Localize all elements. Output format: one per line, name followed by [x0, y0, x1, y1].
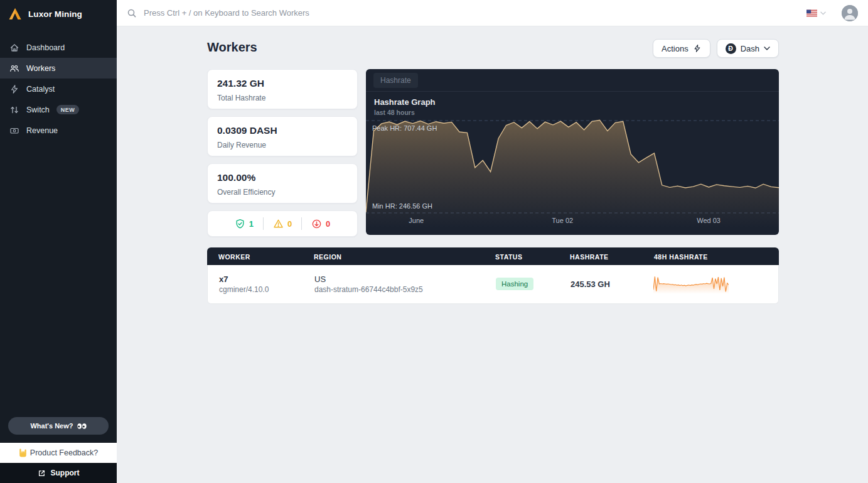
worker-hashrate: 245.53 GH: [571, 279, 610, 289]
sidebar-item-label: Switch: [26, 106, 50, 114]
eyes-icon: [77, 423, 87, 429]
switch-icon: [9, 105, 19, 115]
daily-revenue-card: 0.0309 DASH Daily Revenue: [207, 116, 358, 156]
external-link-icon: [38, 469, 46, 477]
chart-subtitle: last 48 hours: [374, 109, 415, 116]
total-hashrate-value: 241.32 GH: [217, 78, 348, 89]
worker-endpoint: dash-stratum-66744c4bbf-5x9z5: [314, 285, 423, 294]
hashrate-area-chart[interactable]: [366, 69, 779, 235]
col-48h-hashrate: 48H HASHRATE: [654, 253, 708, 261]
coin-selector-button[interactable]: Ð Dash: [717, 39, 779, 58]
coin-selector-label: Dash: [741, 44, 759, 53]
support-label: Support: [51, 469, 80, 477]
user-avatar-icon: [842, 5, 858, 21]
hashrate-chart-panel: Hashrate Hashrate Graph last 48 hours Pe…: [366, 69, 779, 235]
min-hr-label: Min HR: 246.56 GH: [372, 202, 432, 210]
divider: [301, 217, 302, 230]
col-hashrate: HASHRATE: [570, 253, 609, 261]
rock-hand-icon: [19, 448, 27, 457]
sidebar-item-label: Workers: [26, 64, 55, 73]
worker-name: x7: [219, 274, 228, 284]
online-count: 1: [249, 219, 254, 229]
warning-triangle-icon: [273, 219, 284, 229]
x-tick: Tue 02: [552, 217, 573, 224]
arrow-down-circle-icon: [311, 219, 322, 229]
worker-agent: cgminer/4.10.0: [219, 285, 269, 294]
language-selector[interactable]: [806, 9, 826, 17]
sidebar-nav: Dashboard Workers Catalyst Switch: [0, 37, 117, 141]
revenue-icon: [9, 126, 19, 136]
col-status: STATUS: [495, 253, 522, 261]
whats-new-button[interactable]: What's New?: [8, 417, 109, 435]
offline-status-group: 0: [311, 219, 330, 229]
online-status-group: 1: [235, 219, 254, 229]
home-icon: [9, 43, 19, 53]
sidebar-item-catalyst[interactable]: Catalyst: [0, 79, 117, 99]
efficiency-card: 100.00% Overall Efficiency: [207, 163, 358, 204]
luxor-logo-icon: [8, 7, 22, 21]
sparkline-wrap: [653, 274, 729, 298]
us-flag-icon: [806, 9, 817, 17]
status-badge: Hashing: [496, 278, 533, 290]
sidebar-item-switch[interactable]: Switch NEW: [0, 99, 117, 120]
user-avatar[interactable]: [842, 5, 858, 21]
topbar: [117, 0, 868, 26]
total-hashrate-card: 241.32 GH Total Hashrate: [207, 69, 358, 109]
product-feedback-label: Product Feedback?: [30, 448, 98, 457]
workers-icon: [9, 63, 19, 73]
chart-title: Hashrate Graph: [374, 97, 436, 107]
chart-tab-bar: Hashrate: [366, 69, 779, 92]
divider: [263, 217, 264, 230]
sidebar-item-label: Revenue: [26, 126, 58, 135]
sidebar-item-label: Dashboard: [26, 43, 65, 52]
daily-revenue-label: Daily Revenue: [217, 141, 348, 149]
x-tick: June: [409, 217, 424, 224]
shield-check-icon: [235, 219, 245, 229]
warning-status-group: 0: [273, 219, 292, 229]
workers-table: WORKER REGION STATUS HASHRATE 48H HASHRA…: [207, 247, 779, 304]
sidebar-item-workers[interactable]: Workers: [0, 58, 117, 79]
peak-hr-label: Peak HR: 707.44 GH: [372, 124, 437, 132]
stats-column: 241.32 GH Total Hashrate 0.0309 DASH Dai…: [207, 69, 358, 237]
app-root: Luxor Mining Dashboard Workers Ca: [0, 0, 868, 483]
new-badge: NEW: [56, 105, 79, 114]
worker-region: US: [314, 274, 326, 284]
sidebar-item-dashboard[interactable]: Dashboard: [0, 37, 117, 58]
search-input[interactable]: [144, 8, 800, 18]
table-row[interactable]: x7 cgminer/4.10.0 US dash-stratum-66744c…: [207, 265, 779, 304]
actions-button[interactable]: Actions: [653, 39, 710, 58]
actions-button-label: Actions: [662, 44, 689, 53]
product-feedback-link[interactable]: Product Feedback?: [0, 443, 117, 463]
col-region: REGION: [314, 253, 341, 261]
col-worker: WORKER: [218, 253, 250, 261]
support-link[interactable]: Support: [0, 463, 117, 483]
brand-name: Luxor Mining: [28, 9, 82, 19]
warning-count: 0: [287, 219, 292, 229]
zap-icon: [693, 44, 702, 53]
x-tick: Wed 03: [697, 217, 721, 224]
dash-coin-icon: Ð: [726, 43, 736, 54]
chevron-down-icon: [764, 46, 770, 50]
efficiency-value: 100.00%: [217, 172, 348, 183]
worker-status-summary-card: 1 0 0: [207, 210, 358, 237]
tab-hashrate[interactable]: Hashrate: [373, 73, 418, 88]
sidebar: Luxor Mining Dashboard Workers Ca: [0, 0, 117, 483]
catalyst-icon: [9, 84, 19, 94]
whats-new-label: What's New?: [30, 422, 73, 430]
daily-revenue-value: 0.0309 DASH: [217, 125, 348, 136]
page-actions: Actions Ð Dash: [653, 39, 779, 58]
search-icon: [127, 8, 137, 18]
offline-count: 0: [326, 219, 330, 229]
efficiency-label: Overall Efficiency: [217, 188, 348, 197]
total-hashrate-label: Total Hashrate: [217, 94, 348, 102]
sidebar-item-label: Catalyst: [26, 85, 55, 94]
page-title: Workers: [207, 40, 257, 55]
table-header: WORKER REGION STATUS HASHRATE 48H HASHRA…: [207, 247, 779, 265]
sidebar-item-revenue[interactable]: Revenue: [0, 120, 117, 141]
brand-logo-row[interactable]: Luxor Mining: [0, 0, 117, 28]
chevron-down-icon: [820, 11, 826, 15]
hashrate-sparkline: [653, 274, 729, 295]
